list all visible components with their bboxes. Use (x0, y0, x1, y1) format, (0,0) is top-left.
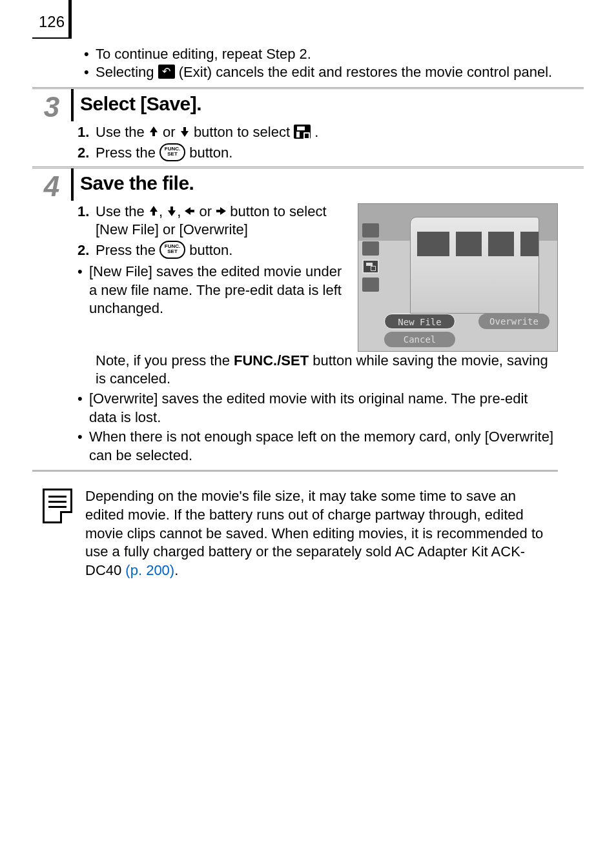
step-3-body: 1. Use the or button to select . 2. Pres… (71, 123, 558, 163)
t: Use the (96, 203, 149, 219)
intro-bullet-2-text: Selecting ↶ (Exit) cancels the edit and … (96, 63, 558, 81)
section-end-rule (32, 470, 558, 472)
note-icon-wrap (43, 487, 77, 580)
camera-side-icon (362, 241, 379, 256)
step-4-bullet-1-cont: Note, if you press the FUNC./SET button … (96, 352, 558, 389)
step-4-title: Save the file. (71, 168, 558, 201)
camera-floppy-icon-highlighted (362, 259, 379, 274)
t: Use the (96, 124, 149, 140)
bullet-dot-icon: • (77, 428, 89, 465)
func-bot: SET (167, 248, 178, 254)
header-vertical-rule (68, 0, 72, 39)
step-4-bullet-3-text: When there is not enough space left on t… (89, 428, 558, 465)
t: , (159, 203, 167, 219)
note-box: Depending on the movie's file size, it m… (43, 487, 558, 580)
step-3-sub-1: 1. Use the or button to select . (77, 123, 558, 142)
bullet-dot-icon: • (84, 45, 96, 63)
arrow-left-icon (185, 206, 195, 216)
camera-overwrite-button: Overwrite (478, 314, 549, 329)
step-3: 3 Select [Save]. (32, 89, 558, 121)
note-text-b: . (174, 562, 178, 578)
substep-number: 2. (77, 241, 96, 260)
step-3-sub-1-text: Use the or button to select . (96, 123, 558, 142)
step-4-bullet-1-text: [New File] saves the edited movie under … (89, 263, 351, 318)
t: or (163, 124, 180, 140)
note-text: Depending on the movie's file size, it m… (85, 487, 558, 580)
exit-icon: ↶ (158, 65, 175, 79)
step-4-left: 1. Use the , , or button to select [New … (71, 201, 351, 352)
camera-side-icons (362, 223, 380, 292)
step-4-bullet-2-text: [Overwrite] saves the edited movie with … (89, 390, 558, 427)
bullet-dot-icon: • (77, 263, 89, 318)
arrow-down-icon (180, 126, 190, 137)
step-4-sub-1: 1. Use the , , or button to select [New … (77, 203, 351, 239)
step-4: 4 Save the file. (32, 168, 558, 201)
header-underline (32, 37, 68, 39)
intro-bullet-2: • Selecting ↶ (Exit) cancels the edit an… (84, 63, 558, 81)
page-header: 126 (32, 13, 584, 45)
t: button. (189, 242, 232, 258)
camera-side-icon (362, 223, 379, 237)
substep-number: 1. (77, 123, 96, 142)
intro-bullet-list: • To continue editing, repeat Step 2. • … (84, 45, 558, 81)
step-3-number-cell: 3 (32, 89, 71, 121)
t: , (177, 203, 185, 219)
func-set-bold: FUNC./SET (234, 352, 309, 368)
intro-bullet-2-pre: Selecting (96, 64, 158, 80)
train-illustration (410, 217, 539, 314)
step-4-bullet-3: • When there is not enough space left on… (77, 428, 558, 465)
intro-bullet-1: • To continue editing, repeat Step 2. (84, 45, 558, 63)
t: . (314, 124, 318, 140)
save-floppy-icon (294, 125, 311, 139)
step-4-number-cell: 4 (32, 168, 71, 201)
func-bot: SET (167, 151, 178, 157)
func-set-button-icon: FUNC. SET (159, 241, 185, 259)
substep-number: 2. (77, 144, 96, 163)
note-document-icon (43, 489, 72, 523)
arrow-up-icon (149, 126, 159, 137)
page-reference-link[interactable]: (p. 200) (125, 562, 174, 578)
camera-screenshot: New File Overwrite Cancel (358, 203, 558, 352)
t: Note, if you press the (96, 352, 234, 368)
step-4-sub-2-text: Press the FUNC. SET button. (96, 241, 351, 260)
t: button to select (194, 124, 294, 140)
substep-number: 1. (77, 203, 96, 239)
t: Press the (96, 145, 159, 161)
t: Press the (96, 242, 159, 258)
t: button. (189, 145, 232, 161)
bullet-dot-icon: • (77, 390, 89, 427)
arrow-right-icon (216, 206, 226, 216)
func-set-button-icon: FUNC. SET (159, 143, 185, 161)
arrow-down-icon (167, 206, 177, 216)
step-3-sub-2: 2. Press the FUNC. SET button. (77, 144, 558, 163)
intro-bullet-1-text: To continue editing, repeat Step 2. (96, 45, 558, 63)
bullet-dot-icon: • (84, 63, 96, 81)
step-4-sub-2: 2. Press the FUNC. SET button. (77, 241, 351, 260)
camera-side-icon (362, 278, 379, 292)
step-4-body: 1. Use the , , or button to select [New … (71, 201, 558, 465)
camera-cancel-button: Cancel (384, 332, 455, 347)
arrow-up-icon (149, 206, 159, 216)
intro-bullet-2-post: (Exit) cancels the edit and restores the… (179, 64, 552, 80)
step-4-sub-1-text: Use the , , or button to select [New Fil… (96, 203, 351, 239)
page-number: 126 (39, 13, 65, 31)
step-3-title: Select [Save]. (71, 89, 558, 121)
step-4-bullet-1: • [New File] saves the edited movie unde… (77, 263, 351, 318)
step-3-sub-2-text: Press the FUNC. SET button. (96, 144, 558, 163)
camera-new-file-button: New File (384, 314, 455, 329)
t: or (195, 203, 216, 219)
step-4-number: 4 (44, 172, 59, 201)
step-4-bullet-2: • [Overwrite] saves the edited movie wit… (77, 390, 558, 427)
step-3-number: 3 (44, 93, 59, 121)
